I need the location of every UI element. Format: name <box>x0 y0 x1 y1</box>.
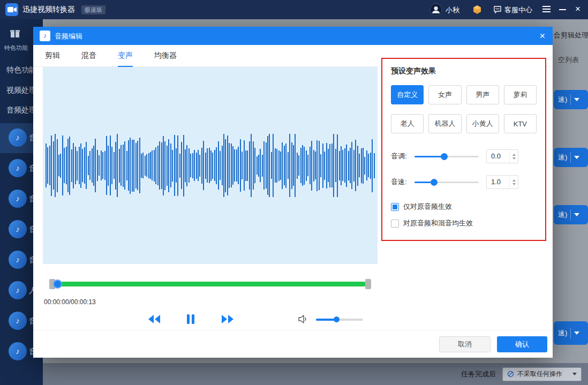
sidebar-item-features[interactable]: 特色功能 <box>6 65 36 75</box>
app-title: 迅捷视频转换器 <box>22 5 75 14</box>
pitch-fill <box>414 156 444 157</box>
empty-list-label: 空列表 <box>558 55 579 65</box>
playback-progress <box>43 277 378 290</box>
sidebar-item-video[interactable]: 视频处理 <box>6 86 36 95</box>
convert-format-button[interactable]: 速) <box>554 148 588 167</box>
preset-minion[interactable]: 小黄人 <box>466 114 499 133</box>
fast-forward-button[interactable] <box>221 314 235 327</box>
chevron-down-icon <box>572 373 577 375</box>
pitch-slider[interactable] <box>414 156 479 157</box>
rewind-button[interactable] <box>147 314 161 327</box>
convert-all-button[interactable]: 速) <box>554 321 588 345</box>
speed-stepper[interactable] <box>509 176 518 188</box>
menu-icon[interactable] <box>542 6 551 7</box>
audio-edit-icon: ♪ <box>40 31 50 41</box>
audio-tool-icon: ♪ <box>9 190 27 208</box>
audio-tool-icon: ♪ <box>9 220 27 238</box>
divider <box>570 209 571 220</box>
preset-ktv[interactable]: KTV <box>504 114 537 133</box>
tab-equalizer[interactable]: 均衡器 <box>154 45 177 67</box>
preset-elder[interactable]: 老人 <box>391 114 424 133</box>
pitch-stepper[interactable] <box>509 150 518 163</box>
volume-fill <box>316 319 336 321</box>
progress-track[interactable] <box>55 282 366 286</box>
waveform-panel <box>43 67 378 264</box>
preset-custom[interactable]: 自定义 <box>391 85 424 104</box>
volume-icon[interactable] <box>298 315 308 326</box>
voice-tool-icon: ♪ <box>9 281 27 299</box>
audio-edit-dialog: ♪ 音频编辑 × 剪辑 混音 变声 均衡器 00:00:00/00:00:13 <box>33 27 553 358</box>
step-down-icon[interactable] <box>512 157 516 160</box>
playhead-knob[interactable] <box>53 280 62 289</box>
convert-format-button[interactable]: 速) <box>554 90 588 109</box>
footer-divider <box>33 330 553 330</box>
step-down-icon[interactable] <box>512 183 516 185</box>
titlebar: 迅捷视频转换器 极速版 小秋 客服中心 × <box>0 0 588 19</box>
tab-voice-change[interactable]: 变声 <box>118 45 133 67</box>
pause-button[interactable] <box>186 314 195 327</box>
minimize-button[interactable] <box>559 9 566 10</box>
app-logo-icon <box>5 3 18 16</box>
preset-female[interactable]: 女声 <box>428 85 461 104</box>
voice-preset-panel: 预设变声效果 自定义 女声 男声 萝莉 老人 机器人 小黄人 KTV 音调: 0… <box>381 58 546 241</box>
speed-row: 音速: 1.0 <box>391 175 537 189</box>
speed-label: 音速: <box>391 177 414 187</box>
avatar[interactable] <box>429 3 442 16</box>
no-action-icon <box>507 371 514 378</box>
pitch-value: 0.0 <box>487 150 509 163</box>
convert-format-label: 速) <box>558 153 567 162</box>
after-task-dropdown[interactable]: 不采取任何操作 <box>502 367 582 381</box>
dialog-header: ♪ 音频编辑 × <box>33 27 553 45</box>
audio-tool-icon: ♪ <box>9 312 27 330</box>
cancel-button[interactable]: 取消 <box>439 336 491 352</box>
convert-format-button[interactable]: 速) <box>554 205 588 224</box>
apply-original-and-mix-label: 对原音频和混音均生效 <box>403 218 473 228</box>
convert-format-label: 速) <box>558 210 567 220</box>
preset-male[interactable]: 男声 <box>466 85 499 104</box>
trim-handle-right[interactable] <box>365 279 371 289</box>
feature-gift-icon <box>10 28 20 41</box>
window-close-button[interactable]: × <box>575 4 581 14</box>
sidebar-item-audio[interactable]: 音频处理 <box>6 105 36 115</box>
pitch-row: 音调: 0.0 <box>391 149 537 163</box>
preset-heading: 预设变声效果 <box>391 66 537 76</box>
tab-mix[interactable]: 混音 <box>81 45 96 67</box>
speed-slider[interactable] <box>414 182 479 183</box>
edition-badge: 极速版 <box>81 5 105 14</box>
player-controls <box>43 312 378 327</box>
pitch-spinner[interactable]: 0.0 <box>486 149 518 163</box>
apply-original-and-mix-option[interactable]: 对原音频和混音均生效 <box>391 218 537 228</box>
tab-clip[interactable]: 剪辑 <box>45 45 60 67</box>
app-window: 特色功能 特色功能 视频处理 音频处理 ♪ 音 ♪ 音 ♪ 音 ♪ 音 ♪ 音 … <box>0 0 588 385</box>
speed-knob[interactable] <box>431 179 438 186</box>
checkbox-unchecked[interactable] <box>391 220 399 228</box>
checkbox-checked[interactable] <box>391 203 399 211</box>
after-task-value: 不采取任何操作 <box>517 369 569 379</box>
audio-tool-icon: ♪ <box>9 159 27 177</box>
audio-tool-icon: ♪ <box>9 342 27 360</box>
pitch-knob[interactable] <box>441 153 448 160</box>
step-up-icon[interactable] <box>512 179 516 182</box>
speed-spinner[interactable]: 1.0 <box>486 175 518 189</box>
preset-loli[interactable]: 萝莉 <box>504 85 537 104</box>
preset-grid: 自定义 女声 男声 萝莉 老人 机器人 小黄人 KTV <box>391 85 537 133</box>
audio-tool-icon: ♪ <box>9 251 27 269</box>
dialog-title: 音频编辑 <box>55 32 82 41</box>
confirm-button[interactable]: 确认 <box>497 336 547 352</box>
speed-value: 1.0 <box>487 176 509 188</box>
step-up-icon[interactable] <box>512 154 516 156</box>
dialog-close-button[interactable]: × <box>539 30 545 42</box>
after-task-label: 任务完成后 <box>461 369 496 379</box>
divider <box>570 328 571 338</box>
feature-label: 特色功能 <box>4 44 28 52</box>
preset-robot[interactable]: 机器人 <box>428 114 461 133</box>
volume-slider[interactable] <box>316 319 363 321</box>
volume-knob[interactable] <box>334 316 340 322</box>
apply-original-only-option[interactable]: 仅对原音频生效 <box>391 202 537 212</box>
customer-service-link[interactable]: 客服中心 <box>504 5 532 15</box>
username[interactable]: 小秋 <box>446 5 459 15</box>
waveform-bars <box>43 67 378 264</box>
audio-tool-icon: ♪ <box>9 129 27 147</box>
statusbar: 任务完成后 不采取任何操作 <box>43 363 588 385</box>
divider <box>570 152 571 163</box>
